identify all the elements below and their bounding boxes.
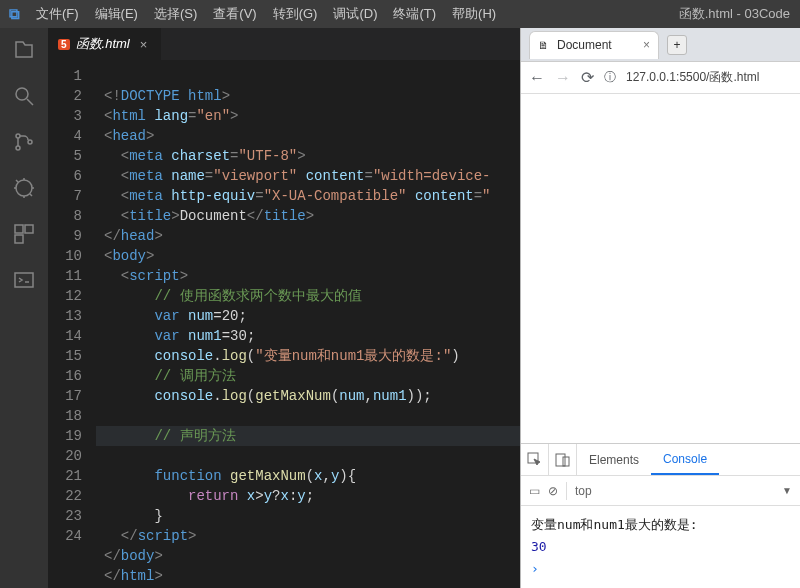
app-logo-icon: ⧉ bbox=[0, 5, 28, 23]
devtools-console-toolbar: ▭ ⊘ top ▼ bbox=[521, 476, 800, 506]
menu-goto[interactable]: 转到(G) bbox=[265, 1, 326, 27]
devtools-tab-console[interactable]: Console bbox=[651, 444, 719, 475]
browser-viewport bbox=[521, 94, 800, 443]
browser-tab-title: Document bbox=[557, 38, 612, 52]
url-text[interactable]: 127.0.0.1:5500/函数.html bbox=[626, 69, 792, 86]
browser-address-bar: ← → ⟳ ⓘ 127.0.0.1:5500/函数.html bbox=[521, 62, 800, 94]
back-icon[interactable]: ← bbox=[529, 69, 545, 87]
document-icon: 🗎 bbox=[538, 39, 549, 51]
line-number-gutter: 123456789101112131415161718192021222324 bbox=[48, 60, 96, 588]
clear-console-icon[interactable]: ⊘ bbox=[548, 484, 558, 498]
scm-icon[interactable] bbox=[10, 128, 38, 156]
devtools-tabs: Elements Console bbox=[521, 444, 800, 476]
reload-icon[interactable]: ⟳ bbox=[581, 68, 594, 87]
chevron-down-icon[interactable]: ▼ bbox=[782, 485, 792, 496]
console-prompt[interactable]: › bbox=[531, 558, 790, 580]
svg-rect-8 bbox=[15, 235, 23, 243]
console-output: 变量num和num1最大的数是: 30 › bbox=[521, 506, 800, 588]
browser-new-tab-button[interactable]: + bbox=[667, 35, 687, 55]
console-context[interactable]: top bbox=[575, 484, 774, 498]
svg-point-4 bbox=[28, 140, 32, 144]
svg-line-1 bbox=[27, 99, 33, 105]
console-log-line: 变量num和num1最大的数是: bbox=[531, 514, 790, 536]
svg-point-3 bbox=[16, 146, 20, 150]
menu-help[interactable]: 帮助(H) bbox=[444, 1, 504, 27]
browser-tab-strip: 🗎 Document × + bbox=[521, 28, 800, 62]
svg-point-0 bbox=[16, 88, 28, 100]
extensions-icon[interactable] bbox=[10, 220, 38, 248]
console-sidebar-toggle-icon[interactable]: ▭ bbox=[529, 484, 540, 498]
browser-tab[interactable]: 🗎 Document × bbox=[529, 31, 659, 59]
activity-bar bbox=[0, 28, 48, 588]
devtools-tab-elements[interactable]: Elements bbox=[577, 444, 651, 475]
explorer-icon[interactable] bbox=[10, 36, 38, 64]
forward-icon[interactable]: → bbox=[555, 69, 571, 87]
svg-rect-6 bbox=[15, 225, 23, 233]
devtools: Elements Console ▭ ⊘ top ▼ 变量num和num1最大的… bbox=[521, 443, 800, 588]
tab-close-icon[interactable]: × bbox=[136, 37, 152, 52]
window-title: 函数.html - 03Code bbox=[504, 5, 800, 23]
tab-filename: 函数.html bbox=[76, 35, 130, 53]
browser-tab-close-icon[interactable]: × bbox=[643, 38, 650, 52]
menu-view[interactable]: 查看(V) bbox=[205, 1, 264, 27]
svg-point-2 bbox=[16, 134, 20, 138]
info-icon[interactable]: ⓘ bbox=[604, 69, 616, 86]
svg-rect-9 bbox=[15, 273, 33, 287]
titlebar: ⧉ 文件(F) 编辑(E) 选择(S) 查看(V) 转到(G) 调试(D) 终端… bbox=[0, 0, 800, 28]
menu-debug[interactable]: 调试(D) bbox=[325, 1, 385, 27]
console-log-line: 30 bbox=[531, 536, 790, 558]
inspect-element-icon[interactable] bbox=[521, 444, 549, 475]
search-icon[interactable] bbox=[10, 82, 38, 110]
svg-rect-11 bbox=[556, 454, 565, 466]
menu-file[interactable]: 文件(F) bbox=[28, 1, 87, 27]
browser-window: 🗎 Document × + ← → ⟳ ⓘ 127.0.0.1:5500/函数… bbox=[520, 28, 800, 588]
toggle-device-icon[interactable] bbox=[549, 444, 577, 475]
html5-icon: 5 bbox=[58, 39, 70, 50]
menu-bar: 文件(F) 编辑(E) 选择(S) 查看(V) 转到(G) 调试(D) 终端(T… bbox=[28, 1, 504, 27]
debug-icon[interactable] bbox=[10, 174, 38, 202]
terminal-panel-icon[interactable] bbox=[10, 266, 38, 294]
menu-edit[interactable]: 编辑(E) bbox=[87, 1, 146, 27]
svg-rect-7 bbox=[25, 225, 33, 233]
menu-select[interactable]: 选择(S) bbox=[146, 1, 205, 27]
menu-terminal[interactable]: 终端(T) bbox=[385, 1, 444, 27]
svg-point-5 bbox=[16, 180, 32, 196]
tab-current-file[interactable]: 5 函数.html × bbox=[48, 28, 161, 60]
svg-rect-12 bbox=[563, 457, 569, 466]
